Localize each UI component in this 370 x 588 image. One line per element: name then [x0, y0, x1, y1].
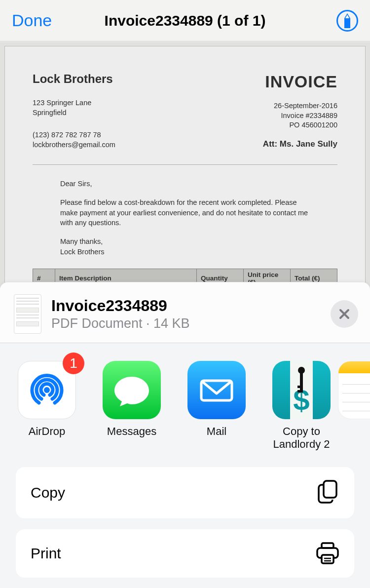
mail-icon: [196, 370, 237, 410]
invoice-thanks: Many thanks,: [60, 237, 103, 245]
app-label: Copy to Landlordy 2: [272, 425, 331, 451]
invoice-number: Invoice #2334889: [263, 111, 337, 121]
invoice-po: PO 456001200: [263, 120, 337, 130]
document-title: Invoice2334889 (1 of 1): [0, 12, 370, 29]
share-app-airdrop[interactable]: 1 AirDrop: [18, 361, 76, 451]
navigation-bar: Done Invoice2334889 (1 of 1): [0, 0, 370, 41]
close-icon: [339, 309, 350, 319]
airdrop-badge: 1: [63, 353, 84, 374]
svg-point-4: [298, 367, 305, 374]
share-app-messages[interactable]: Messages: [103, 361, 161, 451]
invoice-address-line: 123 Springer Lane: [33, 98, 115, 108]
invoice-signoff: Lock Brothers: [60, 248, 104, 256]
invoice-company: Lock Brothers: [33, 72, 115, 86]
app-label: Mail: [207, 425, 226, 438]
app-label: Messages: [107, 425, 156, 438]
invoice-email: lockbrothers@gemail.com: [33, 140, 115, 150]
invoice-heading: INVOICE: [263, 72, 337, 91]
airdrop-icon: [25, 368, 69, 412]
print-action[interactable]: Print: [16, 529, 354, 578]
share-apps-row[interactable]: 1 AirDrop Messages: [0, 343, 370, 462]
share-app-landlordy[interactable]: $ Copy to Landlordy 2: [272, 361, 331, 451]
print-icon: [316, 542, 339, 565]
svg-rect-7: [297, 390, 300, 392]
document-thumbnail: [14, 294, 41, 334]
share-actions: Copy Print: [0, 462, 370, 578]
svg-rect-11: [322, 555, 333, 563]
svg-rect-6: [297, 386, 300, 388]
share-app-mail[interactable]: Mail: [187, 361, 246, 451]
action-label: Copy: [31, 484, 65, 501]
svg-rect-8: [324, 481, 336, 498]
svg-rect-5: [300, 373, 303, 392]
invoice-address-city: Springfield: [33, 108, 115, 118]
landlordy-icon: $: [272, 361, 331, 419]
invoice-attention: Att: Ms. Jane Sully: [263, 139, 337, 149]
share-sheet: Invoice2334889 PDF Document · 14 KB 1: [0, 282, 370, 588]
share-app-notes[interactable]: [357, 361, 370, 451]
invoice-phone: (123) 872 782 787 78: [33, 130, 115, 140]
invoice-date: 26-September-2016: [263, 101, 337, 111]
markup-button[interactable]: [336, 10, 358, 32]
copy-icon: [317, 480, 339, 506]
messages-icon: [111, 369, 153, 411]
share-subtitle: PDF Document · 14 KB: [51, 316, 321, 331]
share-sheet-header: Invoice2334889 PDF Document · 14 KB: [0, 282, 370, 343]
action-label: Print: [31, 545, 61, 562]
share-title: Invoice2334889: [51, 297, 321, 315]
copy-action[interactable]: Copy: [16, 467, 354, 518]
pen-icon: [342, 13, 352, 28]
close-button[interactable]: [331, 300, 358, 328]
svg-point-0: [44, 387, 50, 393]
done-button[interactable]: Done: [12, 11, 52, 30]
app-label: AirDrop: [29, 425, 66, 438]
invoice-body: Please find below a cost-breakdown for t…: [60, 197, 310, 228]
invoice-salutation: Dear Sirs,: [60, 179, 310, 189]
divider: [33, 164, 337, 165]
